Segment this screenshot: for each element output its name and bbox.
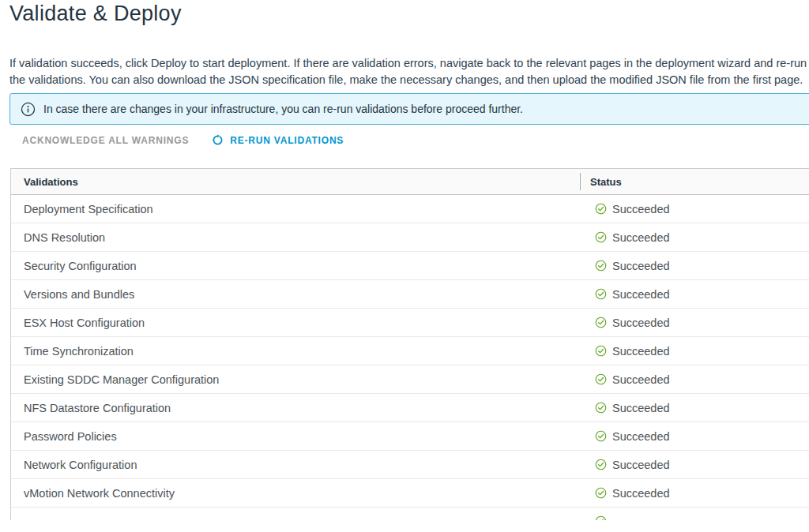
acknowledge-all-warnings-button[interactable]: ACKNOWLEDGE ALL WARNINGS bbox=[22, 135, 189, 146]
status-text: Succeeded bbox=[612, 260, 670, 272]
validation-name: Versions and Bundles bbox=[11, 288, 580, 301]
validation-name: vMotion Network Connectivity bbox=[11, 487, 580, 500]
table-row: ESX Host Configuration Succeeded bbox=[11, 309, 809, 337]
table-row: NFS Datastore Configuration Succeeded bbox=[11, 394, 809, 422]
validation-name: DNS Resolution bbox=[11, 231, 580, 244]
status-cell: Succeeded bbox=[580, 345, 809, 358]
validation-name: Existing SDDC Manager Configuration bbox=[11, 373, 580, 386]
status-text: Succeeded bbox=[612, 487, 670, 500]
column-separator bbox=[580, 173, 581, 190]
table-row: Network Configuration Succeeded bbox=[11, 451, 809, 479]
refresh-icon bbox=[212, 134, 224, 146]
status-text: Succeeded bbox=[612, 459, 670, 471]
status-cell: Succeeded bbox=[580, 203, 809, 215]
check-circle-icon bbox=[595, 231, 607, 243]
status-text: Succeeded bbox=[612, 345, 670, 358]
validate-deploy-page: Validate & Deploy If validation succeeds… bbox=[0, 0, 809, 532]
footer-overlay bbox=[0, 520, 809, 532]
table-row: DNS Resolution Succeeded bbox=[11, 223, 809, 252]
validation-name: Password Policies bbox=[11, 430, 580, 443]
check-circle-icon bbox=[595, 430, 607, 442]
intro-line-2: the validations. You can also download t… bbox=[9, 72, 807, 88]
check-circle-icon bbox=[595, 402, 607, 414]
status-text: Succeeded bbox=[612, 231, 670, 244]
table-row: Password Policies Succeeded bbox=[11, 422, 809, 451]
status-cell: Succeeded bbox=[580, 459, 809, 471]
table-row: Security Configuration Succeeded bbox=[11, 252, 809, 280]
actions-toolbar: ACKNOWLEDGE ALL WARNINGS RE-RUN VALIDATI… bbox=[22, 134, 344, 146]
check-circle-icon bbox=[595, 345, 607, 357]
table-row: Time Synchronization Succeeded bbox=[11, 337, 809, 365]
status-text: Succeeded bbox=[612, 430, 670, 443]
status-text: Succeeded bbox=[612, 402, 670, 414]
check-circle-icon bbox=[595, 203, 607, 215]
status-text: Succeeded bbox=[612, 373, 670, 386]
table-row: Versions and Bundles Succeeded bbox=[11, 280, 809, 309]
info-banner: In case there are changes in your infras… bbox=[9, 93, 809, 125]
status-cell: Succeeded bbox=[580, 231, 809, 244]
table-row: Deployment Specification Succeeded bbox=[11, 195, 809, 223]
status-cell: Succeeded bbox=[580, 430, 809, 443]
validations-table: Validations Status Deployment Specificat… bbox=[10, 168, 809, 532]
status-text: Succeeded bbox=[612, 203, 670, 215]
table-body: Deployment Specification Succeeded DNS R… bbox=[11, 195, 809, 532]
info-banner-text: In case there are changes in your infras… bbox=[43, 103, 523, 115]
intro-text: If validation succeeds, click Deploy to … bbox=[9, 55, 807, 88]
validation-name: Time Synchronization bbox=[11, 345, 580, 358]
status-cell: Succeeded bbox=[580, 288, 809, 301]
check-circle-icon bbox=[595, 459, 607, 470]
column-header-validations: Validations bbox=[11, 176, 580, 188]
check-circle-icon bbox=[595, 373, 607, 385]
validation-name: Deployment Specification bbox=[11, 203, 580, 215]
info-circle-icon bbox=[21, 102, 36, 117]
rerun-validations-label: RE-RUN VALIDATIONS bbox=[230, 135, 344, 146]
status-cell: Succeeded bbox=[580, 317, 809, 329]
validation-name: ESX Host Configuration bbox=[11, 317, 580, 329]
table-header: Validations Status bbox=[11, 168, 809, 195]
check-circle-icon bbox=[595, 317, 607, 328]
validation-name: NFS Datastore Configuration bbox=[11, 402, 580, 414]
validation-name: Network Configuration bbox=[11, 459, 580, 471]
intro-line-1: If validation succeeds, click Deploy to … bbox=[9, 55, 807, 72]
check-circle-icon bbox=[595, 288, 607, 300]
status-cell: Succeeded bbox=[580, 487, 809, 500]
status-cell: Succeeded bbox=[580, 260, 809, 272]
status-cell: Succeeded bbox=[580, 402, 809, 414]
page-title: Validate & Deploy bbox=[9, 2, 182, 26]
column-header-status: Status bbox=[580, 176, 809, 188]
validation-name: Security Configuration bbox=[11, 260, 580, 272]
table-row: vMotion Network Connectivity Succeeded bbox=[11, 479, 809, 508]
check-circle-icon bbox=[595, 260, 607, 272]
status-cell: Succeeded bbox=[580, 373, 809, 386]
status-text: Succeeded bbox=[612, 317, 670, 329]
status-text: Succeeded bbox=[612, 288, 670, 301]
rerun-validations-button[interactable]: RE-RUN VALIDATIONS bbox=[212, 134, 344, 146]
table-row: Existing SDDC Manager Configuration Succ… bbox=[11, 365, 809, 394]
check-circle-icon bbox=[595, 487, 607, 499]
